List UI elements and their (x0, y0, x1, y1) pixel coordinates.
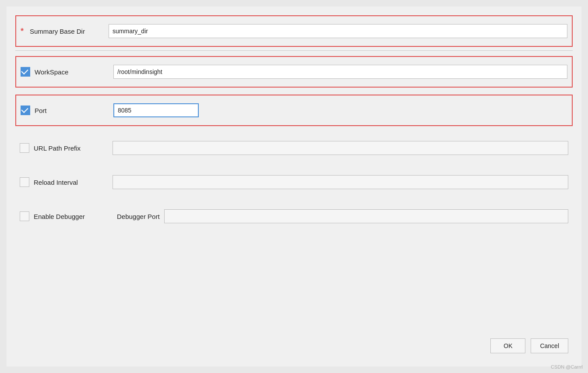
debugger-port-input[interactable] (164, 209, 568, 223)
buttons-row: OK Cancel (15, 330, 573, 358)
summary-base-dir-input[interactable] (109, 24, 567, 38)
port-row: Port (15, 95, 573, 126)
workspace-row: WorkSpace (15, 56, 573, 88)
enable-debugger-row: Enable Debugger Debugger Port (15, 201, 573, 231)
port-input[interactable] (113, 103, 199, 117)
url-path-prefix-checkbox[interactable] (20, 143, 29, 153)
url-path-prefix-row: URL Path Prefix (15, 133, 573, 163)
watermark: CSDN @Carrrl (551, 364, 583, 369)
dialog: * Summary Base Dir WorkSpace Port URL Pa… (7, 7, 581, 366)
ok-button[interactable]: OK (490, 338, 525, 353)
reload-interval-label: Reload Interval (34, 179, 108, 186)
port-label: Port (35, 107, 109, 114)
cancel-button[interactable]: Cancel (531, 338, 568, 353)
url-path-prefix-label: URL Path Prefix (34, 144, 108, 152)
reload-interval-checkbox[interactable] (20, 177, 29, 187)
url-path-prefix-input[interactable] (113, 141, 568, 155)
workspace-label: WorkSpace (35, 68, 109, 76)
workspace-checkbox[interactable] (21, 67, 30, 77)
port-checkbox[interactable] (21, 106, 30, 115)
enable-debugger-label: Enable Debugger (34, 213, 108, 220)
summary-base-dir-label: Summary Base Dir (30, 28, 104, 35)
workspace-input[interactable] (113, 65, 567, 79)
divider-1 (15, 50, 573, 51)
required-star: * (21, 27, 24, 36)
reload-interval-input[interactable] (113, 175, 568, 189)
summary-base-dir-row: * Summary Base Dir (15, 15, 573, 47)
enable-debugger-checkbox[interactable] (20, 211, 29, 221)
reload-interval-row: Reload Interval (15, 167, 573, 197)
debugger-port-label: Debugger Port (117, 213, 160, 220)
